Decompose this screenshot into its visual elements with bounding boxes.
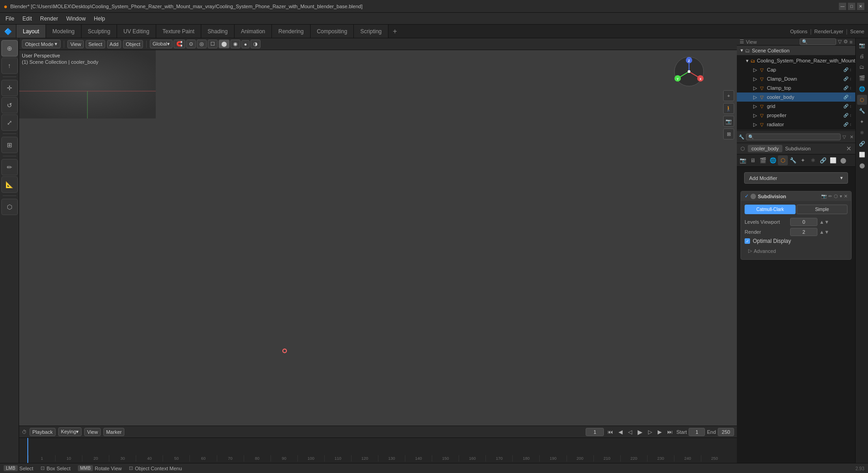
modifier-close-btn[interactable]: ✕	[844, 194, 848, 199]
cursor-tool[interactable]: ⊕	[1, 40, 18, 57]
menu-edit[interactable]: Edit	[19, 15, 36, 23]
outliner-item-cooler-body[interactable]: ▷ ▽ cooler_body 🔗 ↕	[737, 93, 855, 102]
prop-tab-object-data[interactable]: ⬜	[828, 155, 838, 165]
props-search-input[interactable]	[746, 134, 841, 140]
menu-file[interactable]: File	[2, 15, 18, 23]
far-icon-particles[interactable]: ✦	[857, 117, 867, 127]
viewport-zoom-in[interactable]: +	[723, 90, 734, 101]
rotate-tool[interactable]: ↺	[1, 97, 18, 113]
maximize-button[interactable]: □	[848, 3, 855, 10]
keying-btn[interactable]: Keying▾	[58, 427, 82, 436]
modifier-enabled-check[interactable]: ✓	[745, 193, 749, 199]
far-icon-output[interactable]: 🖨	[857, 51, 867, 61]
viewport-walk[interactable]: 🚶	[723, 103, 734, 114]
add-cube-tool[interactable]: ⬡	[1, 199, 18, 215]
options-label[interactable]: Options	[790, 29, 807, 34]
prop-tab-particles[interactable]: ✦	[798, 155, 808, 165]
next-frame-btn[interactable]: ▶	[656, 428, 664, 436]
optimal-display-checkbox[interactable]: ✓	[745, 238, 750, 244]
menu-window[interactable]: Window	[62, 15, 89, 23]
prop-tab-scene[interactable]: 🎬	[758, 155, 768, 165]
shading-render[interactable]: ●	[241, 40, 250, 48]
transform2-tool[interactable]: ⊞	[1, 137, 18, 153]
view-menu[interactable]: View	[67, 40, 84, 48]
next-keyframe-btn[interactable]: ▷	[646, 428, 654, 436]
far-icon-view-layer[interactable]: 🗂	[857, 62, 867, 72]
outliner-collapse-icon[interactable]: ≡	[850, 39, 853, 45]
prop-tab-modifier-active[interactable]: 🔧	[788, 155, 798, 165]
prop-tab-physics[interactable]: ⚛	[808, 155, 818, 165]
outliner-item-clamp-top[interactable]: ▷ ▽ Clamp_top 🔗 ↕	[737, 83, 855, 93]
modifier-edit-icon[interactable]: ✏	[828, 194, 832, 199]
viewport-canvas[interactable]: User Perspective (1) Scene Collection | …	[19, 50, 737, 426]
modifier-render-icon[interactable]: 📷	[821, 194, 827, 199]
levels-viewport-input[interactable]: 0	[790, 218, 817, 226]
menu-help[interactable]: Help	[90, 15, 109, 23]
marker-btn[interactable]: Marker	[103, 428, 124, 436]
add-modifier-button[interactable]: Add Modifier ▾	[744, 172, 848, 184]
outliner-search[interactable]	[800, 38, 836, 45]
timeline-track[interactable]: 1 10 20 30 40 50 60 70 80 90 100 110 120…	[19, 438, 737, 463]
select-menu[interactable]: Select	[86, 40, 105, 48]
props-filter[interactable]: ▽	[842, 134, 846, 139]
move-tool[interactable]: ↑	[1, 57, 18, 74]
proportional-btn[interactable]: ⊙	[186, 40, 196, 48]
prop-tab-world[interactable]: 🌐	[768, 155, 778, 165]
prop-tab-output[interactable]: 🖥	[748, 155, 758, 165]
levels-viewport-arrow-down[interactable]: ▼	[824, 219, 829, 225]
outliner-view-btn[interactable]: View	[746, 39, 757, 45]
xray-btn[interactable]: ☐	[208, 40, 218, 48]
add-menu[interactable]: Add	[107, 40, 122, 48]
prop-tab-constraints[interactable]: 🔗	[818, 155, 828, 165]
mode-dropdown[interactable]: Object Mode ▾	[22, 40, 61, 48]
far-icon-object-data[interactable]: ⬜	[857, 149, 867, 159]
prop-tab-material[interactable]: ⬤	[838, 155, 848, 165]
far-icon-scene[interactable]: 🎬	[857, 73, 867, 83]
modifier-expand-icon[interactable]: ▾	[840, 194, 842, 199]
close-button[interactable]: ✕	[857, 3, 864, 10]
collection-root[interactable]: ▾ 🗂 Scene Collection	[737, 46, 855, 55]
far-icon-world[interactable]: 🌐	[857, 84, 867, 94]
menu-render[interactable]: Render	[36, 15, 61, 23]
tab-shading[interactable]: Shading	[201, 25, 235, 38]
scene-label[interactable]: Scene	[850, 29, 864, 34]
tab-layout[interactable]: Layout	[16, 25, 46, 38]
outliner-item-grid[interactable]: ▷ ▽ grid 🔗 ↕	[737, 102, 855, 111]
object-menu[interactable]: Object	[123, 40, 143, 48]
collection-item-main[interactable]: ▾ 🗂 Cooling_System_Phone_Razer_with_Moun…	[737, 56, 855, 65]
start-frame-input[interactable]: 1	[689, 428, 705, 436]
view-btn[interactable]: View	[84, 428, 101, 436]
far-icon-render[interactable]: 📷	[857, 40, 867, 50]
outliner-item-cap[interactable]: ▷ ▽ Cap 🔗 ↕	[737, 65, 855, 74]
jump-end-btn[interactable]: ⏭	[665, 428, 674, 436]
outliner-filter-icon[interactable]: ▽	[838, 39, 842, 45]
transform-tool[interactable]: ✛	[1, 80, 18, 96]
shading-solid[interactable]: ⬤	[219, 40, 230, 48]
jump-start-btn[interactable]: ⏮	[606, 428, 615, 436]
prop-tab-object[interactable]: ⬡	[778, 155, 788, 165]
catmull-clark-btn[interactable]: Catmull-Clark	[745, 205, 796, 214]
viewport-grid-btn[interactable]: ⊞	[723, 129, 734, 139]
end-frame-input[interactable]: 250	[718, 428, 734, 436]
far-icon-constraints[interactable]: 🔗	[857, 139, 867, 149]
props-collapse[interactable]: ✕	[850, 134, 853, 139]
levels-viewport-arrow-up[interactable]: ▲	[819, 219, 824, 225]
measure-tool[interactable]: 📐	[1, 176, 18, 193]
overlay-btn[interactable]: ◎	[197, 40, 207, 48]
tab-uv-editing[interactable]: UV Editing	[117, 25, 156, 38]
tab-scripting[interactable]: Scripting	[354, 25, 388, 38]
prev-keyframe-btn[interactable]: ◁	[626, 428, 634, 436]
shading-material[interactable]: ◉	[230, 40, 240, 48]
far-icon-physics[interactable]: ⚛	[857, 128, 867, 138]
modifier-cage-icon[interactable]: ⬡	[834, 194, 838, 199]
modifier-panel-close[interactable]: ✕	[846, 145, 852, 152]
play-btn[interactable]: ▶	[636, 427, 644, 437]
render-input[interactable]: 2	[790, 228, 817, 236]
render-arrow-down[interactable]: ▼	[824, 229, 829, 235]
outliner-settings-icon[interactable]: ⚙	[843, 39, 848, 45]
render-arrow-up[interactable]: ▲	[819, 229, 824, 235]
tab-animation[interactable]: Animation	[235, 25, 272, 38]
prop-tab-render[interactable]: 📷	[738, 155, 748, 165]
tab-texture-paint[interactable]: Texture Paint	[156, 25, 201, 38]
global-transform[interactable]: Global▾	[150, 40, 173, 48]
